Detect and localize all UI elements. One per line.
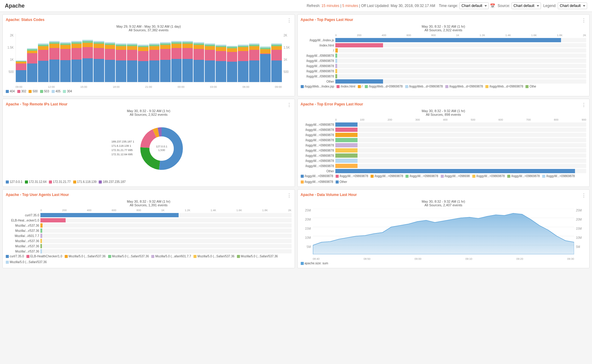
legend-select[interactable]: Chart default — [558, 2, 587, 9]
source-label: Source: — [498, 4, 510, 8]
hbar-label: /loggyW...=09869878 — [301, 123, 334, 126]
bar-segment — [193, 49, 204, 60]
panel-top-error-pages-menu[interactable]: ⋮ — [581, 102, 586, 108]
list-item: /loggyW...=09869878 — [301, 143, 587, 147]
bar-group — [182, 34, 193, 82]
hbar-label: /loggyW...=09869878 — [301, 164, 334, 168]
hbar-container — [335, 38, 587, 42]
hbar-container — [40, 244, 292, 248]
legend-item: Mozilla/5.0 (...Safari/537.36 — [65, 255, 106, 258]
bar-segment — [27, 51, 38, 53]
hbar-fill — [335, 133, 358, 137]
bar-segment — [238, 51, 248, 61]
hbar-fill — [335, 128, 358, 132]
bar-stack — [216, 34, 226, 82]
panel-top-remote-ips-menu[interactable]: ⋮ — [287, 102, 292, 108]
hbar-label: /loggyW.../09869878 — [301, 59, 334, 63]
bar-segment — [138, 47, 149, 51]
legend-color — [358, 85, 361, 88]
hbar-label: ELB-Heal...ecker/1.0 — [6, 219, 39, 222]
source-select[interactable]: Chart default — [512, 2, 541, 9]
hbar-label: /loggyW...=09869878 — [301, 154, 334, 157]
refresh-15-link[interactable]: 15 minutes — [321, 4, 339, 8]
panel-data-volume-menu[interactable]: ⋮ — [581, 193, 586, 198]
hbar-container — [335, 128, 587, 132]
hbar-container — [335, 69, 587, 73]
legend-item-ip3: 172.31.21.77 — [49, 180, 70, 184]
bar-segment — [127, 46, 138, 50]
legend-item: /loggyWeb.../index.jsp — [301, 85, 334, 88]
bar-segment — [38, 61, 49, 82]
legend-color — [26, 255, 29, 258]
status-codes-chart: 2K 1.5K 1K 500 2K 1.5K 1K 500 09:00 12:0… — [6, 34, 292, 88]
bar-stack — [127, 34, 138, 82]
hbar-label: /loggyW...=09869878 — [301, 133, 334, 137]
header-controls: Time range: Chart default 📅 Source: Char… — [439, 2, 587, 9]
hbar-fill — [335, 122, 358, 127]
legend-item: /loggyW...=098698 — [441, 174, 470, 178]
bar-segment — [49, 44, 60, 48]
legend-item: /index.html — [337, 85, 355, 88]
bar-stack — [171, 34, 182, 82]
hbar-container — [40, 223, 292, 228]
bar-group — [160, 34, 171, 82]
panel-top-error-pages-title: Apache - Top Error Pages Last Hour — [301, 102, 363, 106]
legend-color — [441, 175, 444, 178]
legend-item-ip1: 127.0.0.1 — [6, 180, 22, 184]
time-range-select[interactable]: Chart default — [459, 2, 489, 9]
legend-color-ip2 — [25, 180, 28, 184]
legend-color-500 — [29, 90, 32, 93]
panel-data-volume-title: Apache - Data Volume Last Hour — [301, 193, 357, 197]
bar-group — [82, 34, 93, 82]
hbar-label: Other — [301, 80, 334, 83]
hbar-fill — [335, 153, 358, 158]
legend-item-304: 304 — [63, 90, 72, 93]
hbar-label: /loggyW.../09869878 — [301, 70, 334, 73]
hbar-label: Mozilla/...r/537.36 — [6, 250, 39, 253]
bar-segment — [149, 60, 160, 82]
bar-group — [193, 34, 204, 82]
legend-item: Mozilla/5.0 (...Safari/537.36 — [6, 260, 47, 264]
bar-group — [271, 34, 282, 82]
bar-stack — [38, 34, 49, 82]
list-item: /loggyW...=09869878 — [301, 159, 587, 163]
donut-label-ip4: 172.31.12.64 695 — [111, 153, 134, 156]
bar-segment — [38, 46, 49, 50]
panel-top-pages-menu[interactable]: ⋮ — [581, 18, 586, 23]
panel-top-user-agents-title: Apache - Top User Agents Last Hour — [6, 193, 69, 197]
list-item: /loggyW.../09869878 — [301, 74, 587, 78]
bar-segment — [216, 47, 226, 51]
list-item: Mozilla/...r/537.36 — [6, 223, 292, 228]
legend-color — [6, 261, 9, 264]
bar-segment — [160, 60, 171, 82]
refresh-5-link[interactable]: 5 minutes — [342, 4, 358, 8]
panel-data-volume-meta: May 30, 8:32 - 9:32 AM (1 hr) All Source… — [301, 200, 587, 207]
bar-segment — [182, 48, 193, 59]
bar-segment — [82, 58, 93, 82]
legend-item: /loggyWeb...d=09869878 — [445, 85, 483, 88]
legend-color — [301, 85, 304, 88]
hbar-container — [40, 218, 292, 222]
hbar-label: /loggyW.../09869878 — [301, 75, 334, 78]
calendar-icon[interactable]: 📅 — [490, 3, 495, 8]
bar-segment — [216, 61, 226, 82]
hbar-label: Mozilla/...r/537.36 — [6, 224, 39, 227]
hbar-container — [335, 138, 587, 142]
donut-label-ip3: 172.31.21.77 695 — [111, 149, 134, 152]
hbar-fill — [335, 74, 337, 78]
bar-segment — [171, 48, 182, 59]
legend-control: Legend: Chart default — [543, 2, 587, 9]
hbar-label: /loggyW...=09869878 — [301, 144, 334, 147]
bar-group — [105, 34, 115, 82]
panel-top-user-agents-menu[interactable]: ⋮ — [287, 193, 292, 198]
hbar-fill — [335, 64, 337, 68]
legend-color-apache-size — [301, 262, 304, 265]
list-item: /loggyW.../09869878 — [301, 64, 587, 68]
bar-stack — [238, 34, 248, 82]
bar-segment — [205, 46, 215, 50]
legend-item-302: 302 — [17, 90, 26, 93]
legend-color-302 — [17, 90, 20, 93]
legend-color-ip1 — [6, 180, 9, 184]
bar-segment — [193, 60, 204, 82]
panel-status-codes-menu[interactable]: ⋮ — [287, 18, 292, 23]
